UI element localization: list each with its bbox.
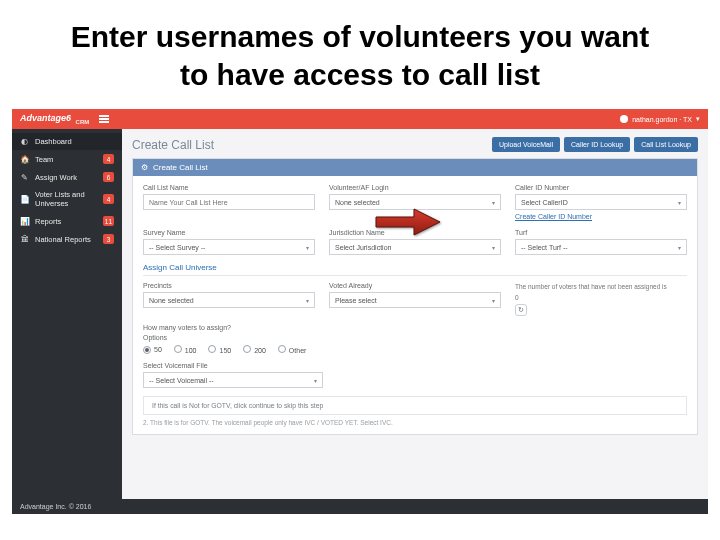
count-badge: 3 <box>103 234 114 244</box>
home-icon: 🏠 <box>20 155 29 164</box>
hamburger-icon[interactable] <box>99 115 109 123</box>
survey-name-label: Survey Name <box>143 229 315 236</box>
gear-icon: ⚙ <box>141 163 148 172</box>
voted-already-label: Voted Already <box>329 282 501 289</box>
option-100[interactable]: 100 <box>174 345 197 354</box>
sidebar-item-voter-lists[interactable]: 📄 Voter Lists and Universes 4 <box>12 186 122 212</box>
jurisdiction-select[interactable]: Select Jurisdiction▾ <box>329 239 501 255</box>
voter-count-options: 50 100 150 200 Other <box>143 345 687 354</box>
sidebar-item-dashboard[interactable]: ◐ Dashboard <box>12 133 122 150</box>
voted-already-select[interactable]: Please select▾ <box>329 292 501 308</box>
pencil-icon: ✎ <box>20 173 29 182</box>
caller-id-lookup-button[interactable]: Caller ID Lookup <box>564 137 630 152</box>
create-call-list-panel: ⚙ Create Call List Call List Name Volunt… <box>132 158 698 435</box>
sidebar-item-national-reports[interactable]: 🏛 National Reports 3 <box>12 230 122 248</box>
chevron-down-icon: ▾ <box>492 297 495 304</box>
unassigned-note: The number of voters that have not been … <box>515 283 667 290</box>
sidebar-item-label: Reports <box>35 217 61 226</box>
chevron-down-icon: ▾ <box>492 244 495 251</box>
option-150[interactable]: 150 <box>208 345 231 354</box>
chevron-down-icon: ▾ <box>306 244 309 251</box>
assign-universe-section-title: Assign Call Universe <box>143 263 687 276</box>
call-list-name-label: Call List Name <box>143 184 315 191</box>
sidebar-item-label: Assign Work <box>35 173 77 182</box>
upload-voicemail-button[interactable]: Upload VoiceMail <box>492 137 560 152</box>
option-50[interactable]: 50 <box>143 346 162 354</box>
page-title: Create Call List <box>132 138 214 152</box>
skip-note: If this call is Not for GOTV, click cont… <box>143 396 687 415</box>
option-other[interactable]: Other <box>278 345 307 354</box>
sidebar-item-label: Dashboard <box>35 137 72 146</box>
topbar: Advantage6 CRM nathan.gordon · TX ▾ <box>12 109 708 129</box>
volunteer-login-label: Volunteer/AF Login <box>329 184 501 191</box>
document-icon: 📄 <box>20 195 29 204</box>
building-icon: 🏛 <box>20 235 29 244</box>
app-window: Advantage6 CRM nathan.gordon · TX ▾ ◐ Da… <box>12 109 708 499</box>
gotv-note: 2. This file is for GOTV. The voicemail … <box>143 419 687 426</box>
call-list-name-input[interactable] <box>143 194 315 210</box>
voicemail-file-label: Select Voicemail File <box>143 362 323 369</box>
sidebar-item-label: Team <box>35 155 53 164</box>
refresh-button[interactable]: ↻ <box>515 304 527 316</box>
footer: Advantage Inc. © 2016 <box>12 499 708 514</box>
turf-label: Turf <box>515 229 687 236</box>
panel-title: Create Call List <box>153 163 208 172</box>
user-name: nathan.gordon · TX <box>632 116 692 123</box>
chevron-down-icon: ▾ <box>492 199 495 206</box>
chevron-down-icon: ▾ <box>678 199 681 206</box>
chevron-down-icon: ▾ <box>696 115 700 123</box>
jurisdiction-name-label: Jurisdiction Name <box>329 229 501 236</box>
precincts-select[interactable]: None selected▾ <box>143 292 315 308</box>
how-many-voters-label: How many voters to assign? <box>143 324 687 331</box>
sidebar-item-assign-work[interactable]: ✎ Assign Work 6 <box>12 168 122 186</box>
slide-title: Enter usernames of volunteers you want t… <box>0 0 720 105</box>
count-badge: 11 <box>103 216 114 226</box>
user-menu[interactable]: nathan.gordon · TX ▾ <box>620 115 700 123</box>
chart-icon: 📊 <box>20 217 29 226</box>
chevron-down-icon: ▾ <box>314 377 317 384</box>
chevron-down-icon: ▾ <box>678 244 681 251</box>
count-badge: 4 <box>103 154 114 164</box>
sidebar-item-team[interactable]: 🏠 Team 4 <box>12 150 122 168</box>
sidebar: ◐ Dashboard 🏠 Team 4 ✎ Assign Work 6 📄 V… <box>12 129 122 499</box>
sidebar-item-label: National Reports <box>35 235 91 244</box>
count-badge: 6 <box>103 172 114 182</box>
user-icon <box>620 115 628 123</box>
logo: Advantage6 CRM <box>20 113 89 125</box>
sidebar-item-label: Voter Lists and Universes <box>35 190 97 208</box>
options-label: Options <box>143 334 687 341</box>
turf-select[interactable]: -- Select Turf --▾ <box>515 239 687 255</box>
main-content: Create Call List Upload VoiceMail Caller… <box>122 129 708 499</box>
chevron-down-icon: ▾ <box>306 297 309 304</box>
caller-id-label: Caller ID Number <box>515 184 687 191</box>
precincts-label: Precincts <box>143 282 315 289</box>
survey-name-select[interactable]: -- Select Survey --▾ <box>143 239 315 255</box>
voicemail-file-select[interactable]: -- Select Voicemail --▾ <box>143 372 323 388</box>
caller-id-select[interactable]: Select CallerID▾ <box>515 194 687 210</box>
unassigned-count: 0 <box>515 294 687 301</box>
count-badge: 4 <box>103 194 114 204</box>
sidebar-item-reports[interactable]: 📊 Reports 11 <box>12 212 122 230</box>
call-list-lookup-button[interactable]: Call List Lookup <box>634 137 698 152</box>
dashboard-icon: ◐ <box>20 137 29 146</box>
option-200[interactable]: 200 <box>243 345 266 354</box>
create-caller-id-link[interactable]: Create Caller ID Number <box>515 213 592 220</box>
volunteer-login-select[interactable]: None selected▾ <box>329 194 501 210</box>
